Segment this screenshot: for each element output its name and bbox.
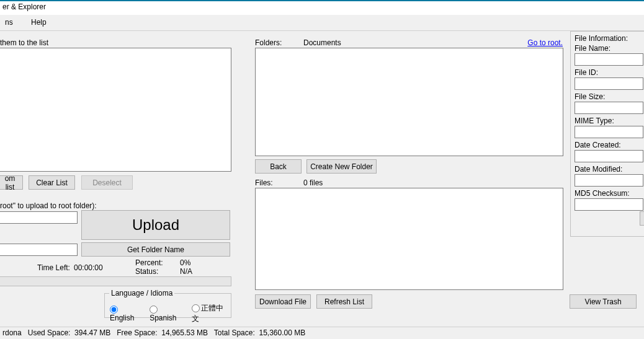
file-name-value[interactable] — [575, 53, 643, 66]
file-id-value[interactable] — [575, 77, 643, 90]
language-groupbox: Language / Idioma English Spanish 正體中文 — [104, 293, 231, 318]
clear-list-button[interactable]: Clear List — [29, 175, 75, 190]
folders-list[interactable] — [255, 48, 563, 156]
upload-progress-bar — [0, 276, 231, 286]
refresh-list-button[interactable]: Refresh List — [316, 294, 372, 309]
files-count: 0 files — [303, 178, 323, 187]
drop-hint: them to the list — [0, 38, 236, 47]
title-bar: er & Explorer — [0, 1, 644, 15]
back-button[interactable]: Back — [255, 159, 302, 174]
file-info-panel: File Information: File Name: File ID: Fi… — [570, 31, 644, 237]
date-modified-value[interactable] — [575, 174, 643, 187]
status-bar: rdona Used Space: 394.47 MB Free Space: … — [0, 327, 644, 339]
file-id-label: File ID: — [575, 68, 644, 77]
menu-item-help[interactable]: Help — [26, 15, 51, 29]
status-free-label: Free Space: — [117, 328, 157, 337]
menu-item-1[interactable]: ns — [0, 15, 18, 29]
unknown-right-button[interactable] — [640, 211, 644, 226]
create-new-folder-button[interactable]: Create New Folder — [306, 159, 377, 174]
download-file-button[interactable]: Download File — [255, 294, 311, 309]
upload-button[interactable]: Upload — [81, 210, 230, 240]
file-list[interactable] — [0, 48, 231, 172]
time-left-label: Time Left: — [37, 263, 70, 272]
menu-bar: ns Help — [0, 15, 644, 31]
percent-label: Percent: — [135, 258, 163, 267]
deselect-button[interactable]: Deselect — [81, 175, 133, 190]
status-used-label: Used Space: — [28, 328, 71, 337]
go-to-root-link[interactable]: Go to root. — [527, 38, 563, 47]
status-total-label: Total Space: — [214, 328, 255, 337]
lang-zh-radio[interactable]: 正體中文 — [192, 303, 231, 324]
view-trash-button[interactable]: View Trash — [570, 294, 637, 309]
status-total-value: 15,360.00 MB — [259, 328, 305, 337]
date-created-label: Date Created: — [575, 141, 644, 149]
remove-from-list-button[interactable]: om list — [0, 175, 23, 190]
lang-english-radio[interactable]: English — [110, 305, 143, 322]
date-modified-label: Date Modified: — [575, 165, 644, 174]
mime-type-value[interactable] — [575, 126, 643, 138]
time-left-value: 00:00:00 — [74, 263, 103, 272]
date-created-value[interactable] — [575, 150, 643, 162]
status-free-value: 14,965.53 MB — [161, 328, 208, 337]
folder-name-output[interactable] — [0, 244, 78, 256]
files-label: Files: — [255, 178, 273, 187]
window-title: er & Explorer — [2, 2, 46, 11]
status-used-value: 394.47 MB — [74, 328, 110, 337]
lang-spanish-radio[interactable]: Spanish — [150, 305, 186, 322]
folders-label: Folders: — [255, 38, 282, 47]
file-info-header: File Information: — [575, 34, 644, 43]
files-list[interactable] — [255, 188, 563, 290]
language-group-label: Language / Idioma — [109, 289, 174, 297]
status-label: Status: — [135, 267, 158, 276]
file-size-label: File Size: — [575, 92, 644, 101]
upload-hint-label: root" to upload to root folder): — [0, 201, 97, 210]
mime-type-label: MIME Type: — [575, 117, 644, 125]
get-folder-name-button[interactable]: Get Folder Name — [81, 242, 230, 257]
file-name-label: File Name: — [575, 44, 644, 53]
status-author: rdona — [2, 328, 22, 337]
status-value: N/A — [180, 267, 192, 276]
file-size-value[interactable] — [575, 102, 643, 114]
md5-value[interactable] — [575, 198, 643, 211]
md5-label: MD5 Checksum: — [575, 189, 644, 198]
percent-value: 0% — [180, 258, 190, 267]
folder-id-input[interactable] — [0, 211, 78, 224]
folders-path: Documents — [303, 38, 341, 47]
